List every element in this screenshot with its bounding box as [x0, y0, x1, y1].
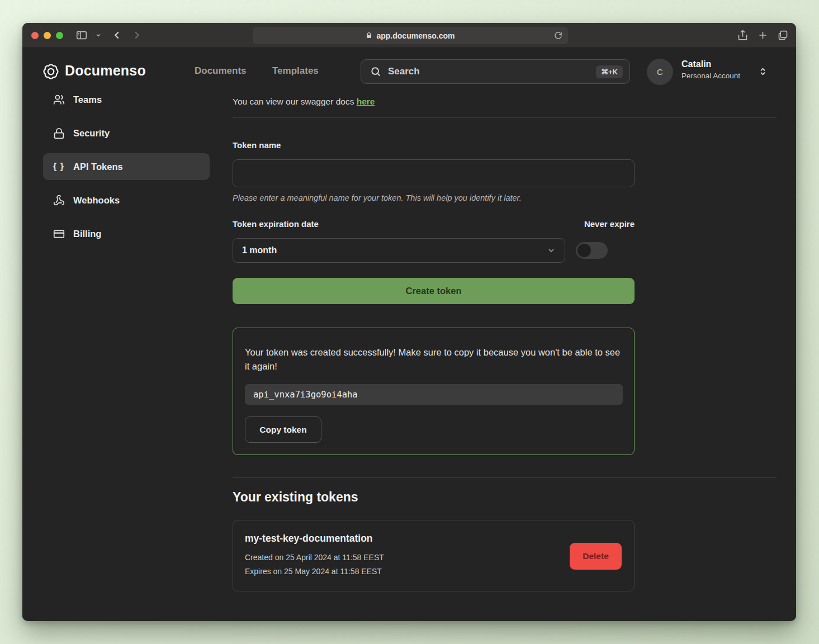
- settings-sidebar: Teams Security { } API Tokens Webhooks: [43, 86, 210, 254]
- address-bar[interactable]: app.documenso.com: [253, 27, 568, 44]
- tls-lock-icon: [366, 32, 372, 39]
- copy-token-button[interactable]: Copy token: [245, 416, 321, 443]
- webhook-icon: [53, 195, 65, 206]
- existing-tokens-heading: Your existing tokens: [233, 490, 358, 505]
- tab-overview-icon[interactable]: [777, 29, 789, 41]
- documenso-app: Documenso Documents Templates Search ⌘+K…: [22, 48, 796, 621]
- browser-window: app.documenso.com Documenso Documents Te…: [22, 23, 796, 621]
- back-button-icon[interactable]: [111, 29, 123, 41]
- delete-token-button[interactable]: Delete: [570, 543, 622, 570]
- lock-icon: [53, 127, 65, 139]
- never-expire-label: Never expire: [584, 219, 635, 229]
- sidebar-item-billing[interactable]: Billing: [43, 220, 210, 247]
- chrome-separator: [93, 31, 93, 40]
- section-divider: [233, 117, 777, 118]
- expiration-selected-value: 1 month: [242, 245, 277, 255]
- token-name-hint: Please enter a meaningful name for your …: [233, 193, 522, 202]
- swagger-docs-link[interactable]: here: [357, 97, 375, 106]
- reload-icon[interactable]: [554, 31, 562, 40]
- sidebar-item-teams[interactable]: Teams: [43, 86, 210, 113]
- create-token-button[interactable]: Create token: [233, 278, 635, 304]
- minimize-window-button[interactable]: [44, 32, 51, 39]
- token-created-alert: Your token was created successfully! Mak…: [233, 328, 635, 455]
- token-expiration-label: Token expiration date: [233, 219, 319, 229]
- api-tokens-panel: You can view our swagger docs here Token…: [233, 48, 777, 621]
- chevron-down-icon: [547, 246, 556, 255]
- swagger-docs-prefix: You can view our swagger docs: [233, 97, 357, 106]
- sidebar-item-webhooks[interactable]: Webhooks: [43, 187, 210, 214]
- token-value-field[interactable]: api_vnxa7i3go9oi4aha: [245, 384, 623, 405]
- sidebar-item-label: Teams: [73, 94, 102, 105]
- sidebar-chevron-down-icon[interactable]: [95, 32, 102, 39]
- credit-card-icon: [53, 228, 65, 240]
- token-card: my-test-key-documentation Created on 25 …: [233, 520, 635, 591]
- token-name-label: Token name: [233, 140, 281, 150]
- sidebar-item-label: Security: [73, 128, 110, 139]
- brand-title: Documenso: [65, 63, 146, 79]
- sidebar-item-api-tokens[interactable]: { } API Tokens: [43, 153, 210, 180]
- braces-icon: { }: [53, 162, 65, 172]
- users-icon: [53, 94, 65, 106]
- sidebar-toggle-icon[interactable]: [75, 29, 88, 41]
- close-window-button[interactable]: [31, 32, 39, 39]
- url-text: app.documenso.com: [376, 31, 455, 40]
- sidebar-item-security[interactable]: Security: [43, 120, 210, 146]
- browser-chrome: app.documenso.com: [22, 23, 796, 48]
- token-card-created: Created on 25 April 2024 at 11:58 EEST: [245, 553, 384, 562]
- swagger-docs-text: You can view our swagger docs here: [233, 97, 375, 107]
- expiration-select[interactable]: 1 month: [233, 238, 565, 263]
- token-card-expires: Expires on 25 May 2024 at 11:58 EEST: [245, 567, 382, 576]
- forward-button-icon[interactable]: [131, 29, 143, 41]
- sidebar-item-label: API Tokens: [73, 162, 123, 172]
- token-created-message: Your token was created successfully! Mak…: [245, 345, 623, 373]
- never-expire-toggle[interactable]: [576, 242, 608, 259]
- zoom-window-button[interactable]: [56, 32, 63, 39]
- toggle-knob: [577, 244, 591, 257]
- token-card-name: my-test-key-documentation: [245, 533, 373, 544]
- sidebar-item-label: Webhooks: [73, 195, 120, 206]
- share-icon[interactable]: [737, 29, 749, 41]
- section-divider: [233, 477, 777, 478]
- documenso-logo-icon: [42, 63, 59, 82]
- new-tab-icon[interactable]: [757, 29, 769, 41]
- sidebar-item-label: Billing: [73, 229, 101, 239]
- token-name-input[interactable]: [233, 159, 635, 187]
